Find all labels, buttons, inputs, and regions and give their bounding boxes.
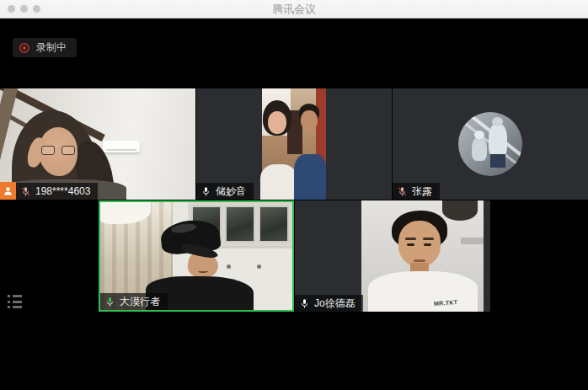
titlebar: 腾讯会议 xyxy=(0,0,588,19)
list-view-icon[interactable] xyxy=(8,294,23,309)
glasses xyxy=(41,146,75,155)
eye xyxy=(407,243,414,246)
minimize-button[interactable] xyxy=(20,5,28,13)
person-shirt xyxy=(294,154,326,200)
mic-on-icon xyxy=(200,186,211,197)
air-conditioner xyxy=(103,141,140,152)
eyebrow xyxy=(405,238,416,240)
list-row xyxy=(8,295,23,297)
window-title: 腾讯会议 xyxy=(0,2,588,17)
participant-tile-zhanglu[interactable]: 张露 xyxy=(393,88,588,200)
shelf xyxy=(461,238,484,244)
list-row xyxy=(8,306,23,308)
eyebrow xyxy=(423,238,434,240)
mic-muted-icon xyxy=(20,186,31,197)
recording-label: 录制中 xyxy=(36,40,67,55)
mouth xyxy=(414,259,425,262)
meeting-window: 腾讯会议 录制中 xyxy=(0,0,588,390)
participant-tile-198-4603[interactable]: 198****4603 xyxy=(0,88,195,200)
eye xyxy=(424,243,431,246)
smile xyxy=(198,270,208,273)
mic-active-icon xyxy=(104,297,115,307)
name-label: 储妙音 xyxy=(196,183,254,200)
video-feed xyxy=(262,88,326,200)
name-label: 198****4603 xyxy=(16,183,98,200)
window-controls xyxy=(8,5,40,13)
close-button[interactable] xyxy=(8,5,15,13)
child-figure xyxy=(472,137,487,161)
person-shirt xyxy=(260,164,297,200)
recording-indicator[interactable]: 录制中 xyxy=(13,38,77,57)
member-badge-icon xyxy=(0,182,16,200)
participant-tile-jo-xudelei[interactable]: MR.TKT Jo徐德磊 xyxy=(295,200,490,312)
record-dot-icon xyxy=(19,43,29,53)
participant-name: 大漠行者 xyxy=(120,295,160,309)
cabinet-knob xyxy=(257,264,261,269)
participant-name: 张露 xyxy=(412,184,432,199)
participant-name: 储妙音 xyxy=(216,184,246,199)
ceiling-lamp xyxy=(442,200,478,221)
cabinet-knob xyxy=(227,264,231,269)
list-row xyxy=(8,301,23,303)
participant-name: Jo徐德磊 xyxy=(314,297,355,311)
participant-tile-chumiaoyin[interactable]: 储妙音 xyxy=(196,88,392,200)
participant-name: 198****4603 xyxy=(35,185,90,197)
mic-muted-icon xyxy=(397,186,408,197)
person-head xyxy=(492,117,503,126)
zoom-button[interactable] xyxy=(33,5,40,13)
person-shirt xyxy=(368,271,478,312)
child-head xyxy=(474,131,484,139)
person-legs xyxy=(490,154,505,168)
mic-on-icon xyxy=(299,298,310,309)
avatar xyxy=(458,112,522,176)
name-label: 张露 xyxy=(393,183,440,200)
participant-tile-damoxingzhe-active-speaker[interactable]: 大漠行者 xyxy=(99,200,294,312)
person-face xyxy=(301,110,318,131)
video-feed: MR.TKT xyxy=(361,200,484,312)
name-label: Jo徐德磊 xyxy=(295,295,363,312)
person-face xyxy=(268,111,286,134)
person-figure xyxy=(489,124,507,158)
name-label: 大漠行者 xyxy=(100,293,168,310)
